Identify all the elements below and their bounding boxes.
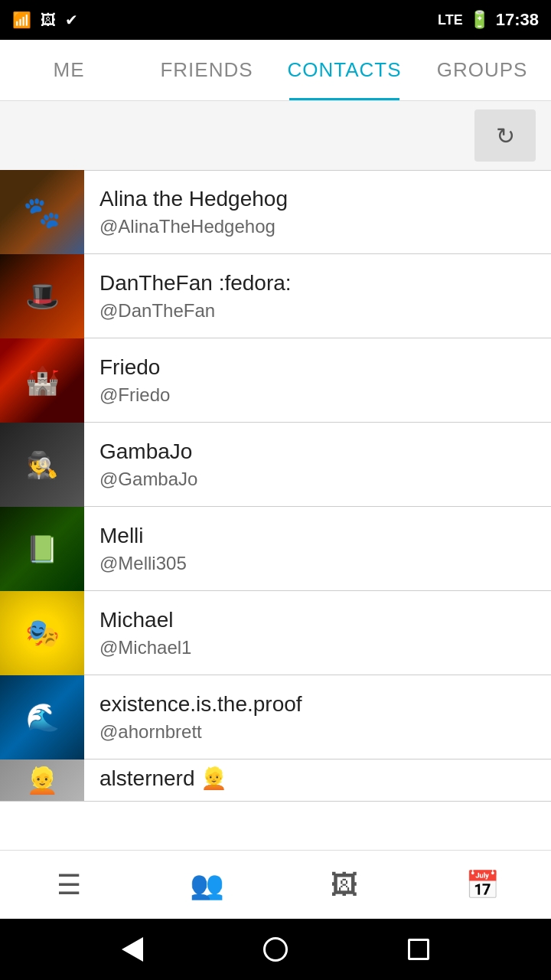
avatar <box>0 675 84 760</box>
contact-info: GambaJo @GambaJo <box>84 439 551 490</box>
nav-calendar[interactable]: 📅 <box>413 851 551 919</box>
contact-item[interactable]: Alina the Hedgehog @AlinaTheHedgehog <box>0 170 551 254</box>
status-bar-left: 📶 🖼 ✔ <box>12 11 78 29</box>
bottom-nav: ☰ 👥 🖼 📅 <box>0 850 551 919</box>
home-icon <box>263 937 288 962</box>
tab-me[interactable]: ME <box>0 40 138 100</box>
contacts-nav-icon: 👥 <box>190 869 224 901</box>
contact-item[interactable]: GambaJo @GambaJo <box>0 423 551 507</box>
avatar <box>0 254 84 338</box>
nav-contacts[interactable]: 👥 <box>138 851 276 919</box>
home-button[interactable] <box>253 926 298 972</box>
avatar <box>0 507 84 591</box>
contact-info: existence.is.the.proof @ahornbrett <box>84 692 551 743</box>
contact-list: Alina the Hedgehog @AlinaTheHedgehog Dan… <box>0 170 551 850</box>
contact-handle: @Friedo <box>99 384 536 406</box>
tab-groups[interactable]: GROUPS <box>413 40 551 100</box>
contact-item[interactable]: Melli @Melli305 <box>0 507 551 591</box>
status-bar: 📶 🖼 ✔ LTE 🔋 17:38 <box>0 0 551 40</box>
avatar <box>0 760 84 802</box>
recents-icon <box>408 939 429 960</box>
contact-info: DanTheFan :fedora: @DanTheFan <box>84 271 551 322</box>
contact-item[interactable]: existence.is.the.proof @ahornbrett <box>0 675 551 760</box>
contact-name: GambaJo <box>99 439 536 464</box>
refresh-button[interactable]: ↻ <box>474 109 536 162</box>
contact-info: Melli @Melli305 <box>84 524 551 574</box>
battery-icon: 🔋 <box>469 10 490 30</box>
back-button[interactable] <box>109 926 155 972</box>
contact-info: alsternerd 👱 <box>84 766 551 795</box>
tab-contacts[interactable]: CONTACTS <box>276 40 413 100</box>
contact-name: Friedo <box>99 355 536 380</box>
contact-info: Michael @Michael1 <box>84 608 551 658</box>
contact-name: Michael <box>99 608 536 632</box>
nav-gallery[interactable]: 🖼 <box>276 851 413 919</box>
contact-name: DanTheFan :fedora: <box>99 271 536 296</box>
toolbar: ↻ <box>0 101 551 170</box>
recents-button[interactable] <box>396 926 442 972</box>
contact-handle: @DanTheFan <box>99 300 536 322</box>
system-nav <box>0 919 551 980</box>
contact-name: Alina the Hedgehog <box>99 187 536 211</box>
contact-item[interactable]: DanTheFan :fedora: @DanTheFan <box>0 254 551 338</box>
contact-handle: @Melli305 <box>99 553 536 574</box>
photos-icon: 🖼 <box>41 11 56 29</box>
gallery-icon: 🖼 <box>331 869 358 901</box>
avatar <box>0 591 84 675</box>
tab-friends[interactable]: FRIENDS <box>138 40 276 100</box>
contact-item[interactable]: Michael @Michael1 <box>0 591 551 675</box>
avatar <box>0 423 84 507</box>
contact-item[interactable]: Friedo @Friedo <box>0 338 551 423</box>
contact-handle: @GambaJo <box>99 469 536 490</box>
avatar <box>0 170 84 254</box>
list-icon: ☰ <box>57 869 81 901</box>
contact-name: existence.is.the.proof <box>99 692 536 717</box>
calendar-icon: 📅 <box>465 869 500 901</box>
avatar <box>0 338 84 423</box>
nav-list[interactable]: ☰ <box>0 851 138 919</box>
back-icon <box>122 937 143 962</box>
contact-handle: @ahornbrett <box>99 721 536 743</box>
contact-name: alsternerd 👱 <box>99 766 536 791</box>
contact-handle: @Michael1 <box>99 637 536 658</box>
lte-icon: LTE <box>438 12 463 28</box>
tab-bar: ME FRIENDS CONTACTS GROUPS <box>0 40 551 101</box>
check-icon: ✔ <box>65 11 78 29</box>
contact-info: Friedo @Friedo <box>84 355 551 406</box>
contact-info: Alina the Hedgehog @AlinaTheHedgehog <box>84 187 551 237</box>
contact-handle: @AlinaTheHedgehog <box>99 216 536 237</box>
contact-item[interactable]: alsternerd 👱 <box>0 760 551 802</box>
status-bar-right: LTE 🔋 17:38 <box>438 10 539 30</box>
signal-icon: 📶 <box>12 11 31 29</box>
contact-name: Melli <box>99 524 536 548</box>
clock: 17:38 <box>496 10 539 30</box>
